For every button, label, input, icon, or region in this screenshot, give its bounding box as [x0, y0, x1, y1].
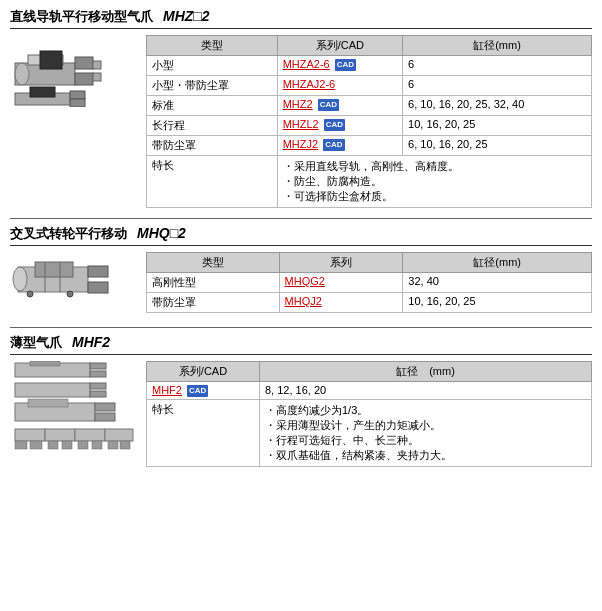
series-link[interactable]: MHZL2 — [283, 118, 319, 130]
table-mhz2: 类型 系列/CAD 缸径(mm) 小型 MHZA2-6 CAD 6 — [146, 35, 592, 208]
series-link[interactable]: MHZJ2 — [283, 138, 318, 150]
list-item: 采用薄型设计，产生的力矩减小。 — [265, 418, 586, 433]
title-en-mhz2: MHZ□2 — [163, 8, 210, 24]
series-cell: MHQG2 — [279, 273, 403, 293]
section-mhf2: 薄型气爪 MHF2 — [10, 334, 592, 471]
svg-rect-27 — [90, 391, 106, 397]
table-mhf2: 系列/CAD 缸径 (mm) MHF2 CAD 8, 12, 16, 20 — [146, 361, 592, 471]
th-series-mhz2: 系列/CAD — [277, 36, 402, 56]
svg-rect-22 — [90, 363, 106, 369]
th-bore-mhf2: 缸径 (mm) — [259, 362, 591, 382]
title-cn-mhz2: 直线导轨平行移动型气爪 — [10, 8, 153, 26]
type-cell: 小型・带防尘罩 — [147, 76, 278, 96]
svg-rect-24 — [30, 361, 60, 366]
svg-rect-39 — [62, 441, 72, 449]
svg-rect-36 — [15, 441, 27, 449]
list-item: 可选择防尘盒材质。 — [283, 189, 586, 204]
svg-rect-23 — [90, 371, 106, 377]
table-row-features: 特长 采用直线导轨，高刚性、高精度。 防尘、防腐构造。 可选择防尘盒材质。 — [147, 156, 592, 208]
svg-point-20 — [67, 291, 73, 297]
type-cell: 小型 — [147, 56, 278, 76]
svg-rect-37 — [30, 441, 42, 449]
series-link[interactable]: MHZA2-6 — [283, 58, 330, 70]
table-row: 小型・带防尘罩 MHZAJ2-6 6 — [147, 76, 592, 96]
features-list: 采用直线导轨，高刚性、高精度。 防尘、防腐构造。 可选择防尘盒材质。 — [283, 159, 586, 204]
image-mhz2 — [10, 35, 140, 208]
bore-cell: 6 — [403, 76, 592, 96]
series-cell: MHZL2 CAD — [277, 116, 402, 136]
features-content: 采用直线导轨，高刚性、高精度。 防尘、防腐构造。 可选择防尘盒材质。 — [277, 156, 591, 208]
list-item: 采用直线导轨，高刚性、高精度。 — [283, 159, 586, 174]
cad-badge: CAD — [318, 99, 339, 111]
svg-rect-38 — [48, 441, 58, 449]
list-item: 双爪基础值，结构紧凑、夹持力大。 — [265, 448, 586, 463]
bore-cell: 32, 40 — [403, 273, 592, 293]
page: 直线导轨平行移动型气爪 MHZ□2 — [0, 0, 602, 611]
section-header-mhz2: 直线导轨平行移动型气爪 MHZ□2 — [10, 8, 592, 29]
series-link[interactable]: MHZ2 — [283, 98, 313, 110]
series-cell: MHF2 CAD — [147, 382, 260, 400]
content-mhf2: 系列/CAD 缸径 (mm) MHF2 CAD 8, 12, 16, 20 — [10, 361, 592, 471]
table-row: 标准 MHZ2 CAD 6, 10, 16, 20, 25, 32, 40 — [147, 96, 592, 116]
section-mhz2: 直线导轨平行移动型气爪 MHZ□2 — [10, 8, 592, 208]
section-mhq2: 交叉式转轮平行移动 MHQ□2 — [10, 225, 592, 317]
type-cell: 带防尘罩 — [147, 136, 278, 156]
series-cell: MHZJ2 CAD — [277, 136, 402, 156]
bore-cell: 6, 10, 16, 20, 25, 32, 40 — [403, 96, 592, 116]
cad-badge: CAD — [323, 139, 344, 151]
table-mhq2: 类型 系列 缸径(mm) 高刚性型 MHQG2 32, 40 — [146, 252, 592, 317]
svg-rect-9 — [70, 91, 85, 99]
type-cell: 长行程 — [147, 116, 278, 136]
th-bore-mhz2: 缸径(mm) — [403, 36, 592, 56]
svg-rect-7 — [93, 73, 101, 81]
svg-point-19 — [27, 291, 33, 297]
cad-badge: CAD — [324, 119, 345, 131]
title-cn-mhq2: 交叉式转轮平行移动 — [10, 225, 127, 243]
cad-badge: CAD — [335, 59, 356, 71]
svg-rect-42 — [108, 441, 118, 449]
svg-rect-35 — [105, 429, 133, 441]
series-link[interactable]: MHZAJ2-6 — [283, 78, 336, 90]
product-svg-mhf2 — [10, 361, 138, 471]
title-cn-mhf2: 薄型气爪 — [10, 334, 62, 352]
th-bore-mhq2: 缸径(mm) — [403, 253, 592, 273]
product-svg-mhz2 — [10, 35, 138, 107]
th-type-mhz2: 类型 — [147, 36, 278, 56]
image-mhq2 — [10, 252, 140, 317]
svg-rect-33 — [45, 429, 75, 441]
bore-cell: 10, 16, 20, 25 — [403, 116, 592, 136]
list-item: 行程可选短行、中、长三种。 — [265, 433, 586, 448]
series-link[interactable]: MHQJ2 — [285, 295, 322, 307]
svg-rect-11 — [30, 87, 55, 97]
table-row-features: 特长 高度约减少为1/3。 采用薄型设计，产生的力矩减小。 行程可选短行、中、长… — [147, 400, 592, 467]
image-mhf2 — [10, 361, 140, 471]
svg-rect-3 — [75, 73, 93, 85]
series-link[interactable]: MHQG2 — [285, 275, 325, 287]
table-row: 带防尘罩 MHQJ2 10, 16, 20, 25 — [147, 293, 592, 313]
bore-cell: 10, 16, 20, 25 — [403, 293, 592, 313]
section-header-mhf2: 薄型气爪 MHF2 — [10, 334, 592, 355]
th-series-mhq2: 系列 — [279, 253, 403, 273]
svg-rect-41 — [92, 441, 102, 449]
svg-rect-40 — [78, 441, 88, 449]
title-en-mhq2: MHQ□2 — [137, 225, 186, 241]
features-label: 特长 — [147, 400, 260, 467]
type-cell: 高刚性型 — [147, 273, 280, 293]
svg-rect-6 — [93, 61, 101, 69]
bore-cell: 6 — [403, 56, 592, 76]
series-link[interactable]: MHF2 — [152, 384, 182, 396]
cad-badge: CAD — [187, 385, 208, 397]
svg-rect-25 — [15, 383, 90, 397]
th-series-mhf2: 系列/CAD — [147, 362, 260, 382]
table-row: 小型 MHZA2-6 CAD 6 — [147, 56, 592, 76]
svg-rect-43 — [120, 441, 130, 449]
list-item: 防尘、防腐构造。 — [283, 174, 586, 189]
svg-rect-2 — [75, 57, 93, 69]
svg-point-5 — [15, 63, 29, 85]
svg-rect-14 — [88, 266, 108, 277]
product-svg-mhq2 — [10, 252, 138, 317]
features-content: 高度约减少为1/3。 采用薄型设计，产生的力矩减小。 行程可选短行、中、长三种。… — [259, 400, 591, 467]
svg-rect-30 — [95, 413, 115, 421]
series-cell: MHQJ2 — [279, 293, 403, 313]
divider-1 — [10, 218, 592, 219]
